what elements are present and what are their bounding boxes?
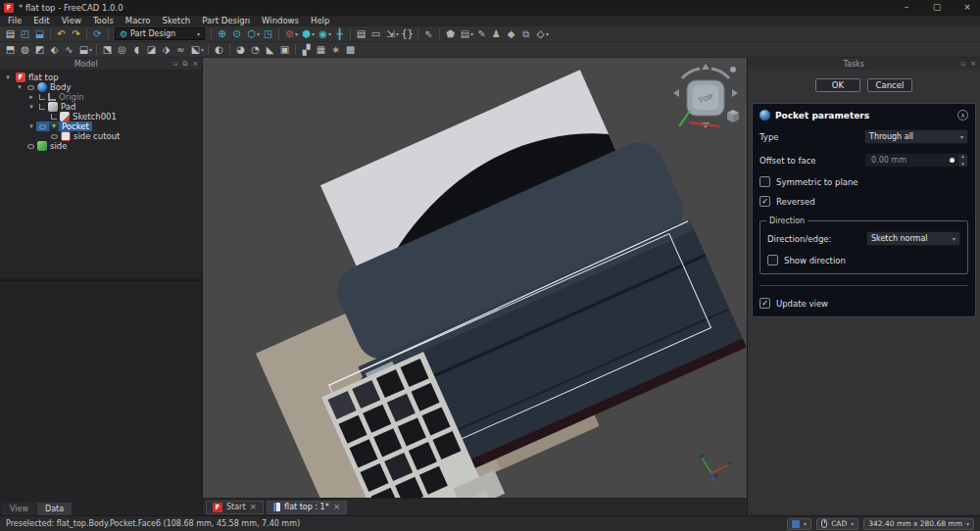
view-isometric-button[interactable]: ⬢▾ — [299, 26, 316, 41]
dimensions-select[interactable]: 342.40 mm x 280.68 mm ▾ — [863, 518, 974, 530]
show-direction-checkbox[interactable]: Show direction — [767, 255, 960, 266]
edit-sketch-icon[interactable]: ✎ — [474, 26, 489, 41]
link-icon[interactable] — [51, 114, 57, 120]
pocket-icon[interactable]: ⬔ — [100, 42, 115, 57]
additive-primitive-button[interactable]: ⬓▾ — [76, 42, 93, 57]
float-icon[interactable]: ▫ — [172, 60, 177, 68]
mirrored-icon[interactable]: ▞ — [299, 42, 314, 57]
clipboard-icon[interactable]: ▤ — [354, 26, 368, 41]
close-icon[interactable]: × — [250, 503, 258, 511]
update-view-checkbox[interactable]: Update view — [760, 298, 968, 309]
menu-sketch[interactable]: Sketch — [157, 16, 197, 26]
draft-icon[interactable]: ◣ — [263, 42, 277, 57]
offset-input[interactable]: 0.00 mm ▴▾ — [864, 153, 968, 168]
macro-braces-icon[interactable]: {} — [400, 26, 415, 41]
menu-view[interactable]: View — [56, 16, 87, 26]
maximize-button[interactable]: ▢ — [924, 0, 950, 16]
workbench-selector[interactable]: ⚙Part Design▾ — [115, 27, 205, 40]
fillet-icon[interactable]: ◕ — [233, 42, 248, 57]
menu-edit[interactable]: Edit — [27, 16, 55, 26]
redo-icon[interactable]: ↷ — [69, 26, 83, 41]
rotate-west-icon[interactable] — [673, 89, 679, 97]
expression-dot-icon[interactable] — [950, 158, 955, 163]
spin-down-icon[interactable]: ▾ — [957, 161, 967, 169]
tab-view[interactable]: View — [2, 503, 36, 515]
subtractive-pipe-icon[interactable]: ⬗ — [159, 42, 173, 57]
doc-tab-flat-top-1[interactable]: flat top : 1*× — [267, 501, 347, 514]
navigation-cube[interactable]: TOP — [670, 62, 741, 132]
expander-icon[interactable]: ▾ — [26, 122, 36, 130]
mini-cube-icon[interactable] — [727, 110, 739, 122]
ok-button[interactable]: OK — [815, 78, 860, 92]
close-icon[interactable]: × — [970, 60, 976, 68]
3d-viewport[interactable]: TOP y x z — [203, 58, 747, 498]
new-file-icon[interactable]: ▤ — [3, 26, 18, 41]
close-button[interactable]: × — [955, 0, 980, 16]
linear-pattern-icon[interactable]: ▦ — [314, 42, 328, 57]
link-icon[interactable] — [39, 104, 45, 110]
expander-icon[interactable]: ▾ — [26, 103, 36, 111]
draw-style-button[interactable]: ⊘▾ — [282, 26, 299, 41]
tree-item-body[interactable]: ▾Body — [0, 82, 202, 92]
open-file-icon[interactable]: ◰ — [18, 26, 32, 41]
hole-icon[interactable]: ◎ — [115, 42, 129, 57]
additive-pipe-icon[interactable]: ⬖ — [47, 42, 62, 57]
minimize-button[interactable]: – — [894, 0, 919, 16]
link-icon[interactable] — [39, 94, 45, 100]
tree-item-sketch001[interactable]: Sketch001 — [0, 112, 202, 121]
menu-macro[interactable]: Macro — [120, 16, 157, 26]
nav-cube-dot[interactable] — [730, 67, 736, 72]
tree-item-side-cutout[interactable]: side cutout — [0, 131, 202, 141]
offset-spinner[interactable]: ▴▾ — [957, 153, 967, 168]
close-icon[interactable]: × — [192, 60, 198, 68]
rotate-left-arrow-icon[interactable] — [682, 69, 700, 78]
clone-icon[interactable]: ⧉ — [518, 26, 533, 41]
zoom-tools-button[interactable]: ◉▾ — [316, 26, 332, 41]
map-sketch-icon[interactable]: ♟ — [489, 26, 504, 41]
measure-icon[interactable]: ╂ — [332, 26, 347, 41]
revolution-icon[interactable]: ◍ — [18, 42, 32, 57]
boolean-icon[interactable]: ◐ — [212, 42, 226, 57]
close-icon[interactable]: × — [333, 503, 341, 511]
export-button[interactable]: ⇲▾ — [383, 26, 400, 41]
expander-icon[interactable]: ▸ — [26, 93, 36, 101]
groove-icon[interactable]: ◖ — [129, 42, 144, 57]
navigation-style-select[interactable]: CAD ▾ — [816, 518, 858, 530]
expander-icon[interactable]: ▾ — [3, 73, 13, 81]
expander-icon[interactable]: ▾ — [15, 83, 24, 91]
reversed-checkbox[interactable]: Reversed — [760, 196, 968, 207]
fit-selection-icon[interactable]: ⊙ — [229, 26, 244, 41]
cancel-button[interactable]: Cancel — [867, 78, 912, 92]
create-datum-button[interactable]: ◇▾ — [533, 26, 550, 41]
menu-part-design[interactable]: Part Design — [196, 16, 256, 26]
type-select[interactable]: Through all ▾ — [864, 129, 968, 144]
polar-pattern-icon[interactable]: ∗ — [328, 42, 343, 57]
additive-loft-icon[interactable]: ◩ — [32, 42, 47, 57]
direction-select[interactable]: Sketch normal ▾ — [866, 231, 960, 246]
save-icon[interactable]: ⬓ — [32, 26, 47, 41]
collapse-section-icon[interactable]: ∧ — [957, 110, 968, 121]
spin-up-icon[interactable]: ▴ — [957, 153, 967, 161]
subtractive-primitive-button[interactable]: ⬕▾ — [188, 42, 205, 57]
shapebinder-icon[interactable]: ◆ — [504, 26, 518, 41]
thickness-icon[interactable]: ▣ — [277, 42, 292, 57]
create-body-icon[interactable]: ⬟ — [443, 26, 458, 41]
tree-item-side[interactable]: side — [0, 141, 202, 151]
refresh-icon[interactable]: ⟳ — [90, 26, 105, 41]
menu-windows[interactable]: Windows — [256, 16, 305, 26]
tree-item-flat-top[interactable]: ▾Fflat top — [0, 72, 202, 82]
fit-all-icon[interactable]: ⊕ — [215, 26, 229, 41]
tree-item-pocket[interactable]: ▾▾Pocket — [0, 121, 202, 131]
menu-file[interactable]: File — [2, 16, 27, 26]
undo-icon[interactable]: ↶ — [54, 26, 69, 41]
rotate-up-icon[interactable] — [702, 64, 710, 70]
eye-icon[interactable] — [27, 144, 34, 149]
menu-help[interactable]: Help — [305, 16, 335, 26]
folder-icon[interactable]: ▭ — [368, 26, 383, 41]
chamfer-icon[interactable]: ◔ — [248, 42, 263, 57]
tree-item-origin[interactable]: ▸Origin — [0, 92, 202, 102]
float-icon[interactable]: ▫ — [960, 60, 965, 68]
eye-icon[interactable] — [27, 85, 34, 90]
rotate-east-icon[interactable] — [732, 89, 738, 97]
rotate-right-arrow-icon[interactable] — [711, 69, 729, 78]
